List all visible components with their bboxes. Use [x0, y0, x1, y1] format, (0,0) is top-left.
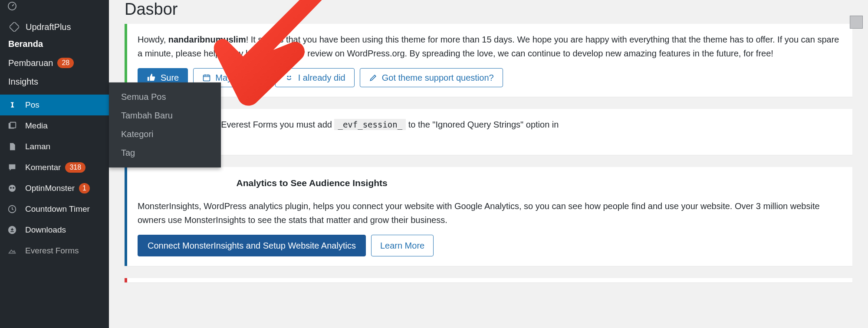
review-notice: Howdy, nandaribnumuslim! It seems that y… [125, 24, 852, 97]
clock-icon [6, 203, 18, 215]
sidebar-item-label: Laman [25, 142, 50, 151]
sidebar-item-comments[interactable]: Komentar 318 [0, 157, 109, 178]
greeting-prefix: Howdy, [138, 35, 168, 44]
insights-body: MonsterInsights, WordPress analytics plu… [138, 199, 842, 227]
sidebar-item-label: Komentar [25, 163, 61, 172]
sidebar-item-label: OptinMonster [25, 184, 75, 193]
page-title: Dasbor [125, 0, 852, 19]
red-notice [125, 278, 852, 282]
submenu-categories[interactable]: Kategori [109, 125, 221, 144]
submenu-all-posts[interactable]: Semua Pos [109, 88, 221, 106]
learn-more-button[interactable]: Learn More [371, 235, 434, 256]
optinmonster-icon [6, 182, 18, 194]
optin-badge: 1 [79, 183, 90, 194]
svg-point-6 [13, 187, 14, 189]
insights-heading: Please Set up Website Analytics to See A… [138, 176, 842, 190]
sidebar-item-label: Countdown Timer [25, 204, 90, 214]
caching-text: caching to work with Everest Forms you m… [138, 118, 842, 145]
calendar-icon [202, 73, 211, 82]
connect-button[interactable]: Connect MonsterInsights and Setup Websit… [138, 235, 366, 256]
sidebar-item-downloads[interactable]: Downloads [0, 220, 109, 240]
submenu-add-new[interactable]: Tambah Baru [109, 106, 221, 125]
updates-badge: 28 [57, 58, 74, 68]
sidebar-item-countdown[interactable]: Countdown Timer [0, 199, 109, 220]
code-snippet: _evf_session_ [334, 119, 406, 130]
user-avatar[interactable] [850, 16, 863, 29]
caching-tail: to the "Ignored Query Strings" option in [406, 120, 559, 129]
username: nandaribnumuslim [168, 35, 246, 44]
sidebar-item-everest-forms[interactable]: Everest Forms [0, 240, 109, 261]
svg-point-11 [290, 76, 291, 77]
forms-icon [6, 245, 18, 257]
page-icon [6, 141, 18, 153]
sidebar-item-label: Pos [25, 100, 39, 110]
comment-icon [6, 161, 18, 174]
updraft-icon [8, 21, 20, 33]
submenu-tags[interactable]: Tag [109, 144, 221, 162]
svg-point-10 [287, 76, 288, 77]
smile-icon [284, 73, 294, 82]
pencil-icon [369, 73, 378, 82]
svg-point-5 [10, 187, 12, 189]
sidebar-item-label: Pembaruan [8, 58, 53, 68]
sidebar-item-home[interactable]: Beranda [0, 37, 109, 53]
sidebar-item-insights[interactable]: Insights [0, 72, 109, 95]
sidebar-item-label: Media [25, 121, 48, 131]
sidebar-item-pages[interactable]: Laman [0, 136, 109, 157]
comments-badge: 318 [65, 162, 85, 173]
download-icon [6, 224, 18, 236]
insights-buttons: Connect MonsterInsights and Setup Websit… [138, 235, 842, 256]
sidebar-item-optinmonster[interactable]: OptinMonster 1 [0, 178, 109, 199]
caching-notice: caching to work with Everest Forms you m… [125, 109, 852, 155]
content-area: Dasbor Howdy, nandaribnumuslim! It seems… [109, 0, 868, 295]
sidebar-item-media[interactable]: Media [0, 115, 109, 136]
sidebar-item-dashboard-partial[interactable] [0, 0, 109, 16]
svg-rect-3 [10, 122, 16, 128]
sidebar-item-label: Everest Forms [25, 246, 79, 256]
button-label: Maybe later [215, 72, 261, 83]
svg-point-4 [9, 185, 16, 192]
sidebar-item-posts[interactable]: Pos [0, 95, 109, 115]
button-label: Got theme support question? [382, 72, 494, 83]
sidebar-item-updates[interactable]: Pembaruan 28 [0, 53, 109, 72]
media-icon [6, 120, 18, 132]
sidebar-item-label: Downloads [25, 225, 66, 235]
svg-rect-9 [204, 75, 210, 81]
gauge-icon [6, 0, 18, 12]
review-buttons: Sure Maybe later I already did Got theme… [138, 68, 842, 87]
sidebar-item-label: UpdraftPlus [26, 22, 71, 32]
support-button[interactable]: Got theme support question? [360, 68, 503, 87]
sidebar-item-label: Insights [8, 77, 38, 87]
button-label: Sure [161, 72, 179, 83]
svg-rect-1 [10, 22, 19, 32]
heading-tail: Analytics to See Audience Insights [237, 178, 388, 188]
already-did-button[interactable]: I already did [275, 68, 355, 87]
admin-sidebar: UpdraftPlus Beranda Pembaruan 28 Insight… [0, 0, 109, 328]
thumbs-up-icon [147, 73, 156, 82]
monsterinsights-notice: Please Set up Website Analytics to See A… [125, 167, 852, 266]
posts-submenu: Semua Pos Tambah Baru Kategori Tag [109, 82, 221, 167]
button-label: I already did [298, 72, 345, 83]
sidebar-item-updraftplus[interactable]: UpdraftPlus [0, 16, 109, 37]
pin-icon [6, 99, 18, 111]
sidebar-item-label: Beranda [8, 39, 43, 49]
review-notice-text: Howdy, nandaribnumuslim! It seems that y… [138, 33, 842, 60]
